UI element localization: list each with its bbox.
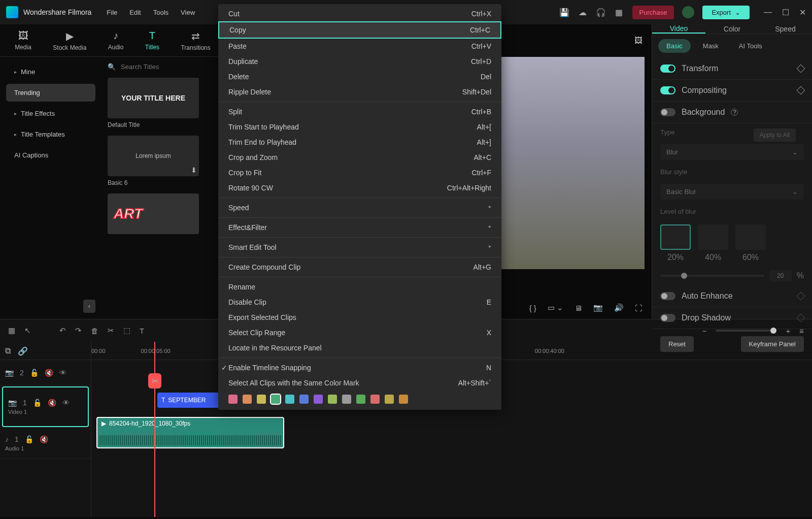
redo-icon[interactable]: ↷ (75, 326, 82, 335)
mute-icon[interactable]: 🔇 (48, 399, 56, 407)
tab-stock-media[interactable]: ▶Stock Media (49, 28, 90, 53)
compositing-toggle[interactable] (660, 86, 675, 94)
type-select[interactable]: Blur⌄ (660, 144, 804, 160)
keyframe-diamond-icon[interactable] (797, 86, 805, 95)
blur-thumb-20[interactable]: 20% (660, 224, 691, 262)
search-input[interactable] (121, 63, 206, 71)
fullscreen-icon[interactable]: ⛶ (635, 304, 642, 312)
volume-icon[interactable]: 🔊 (614, 303, 624, 312)
title-card-art[interactable]: ART (108, 193, 199, 234)
ctx-delete[interactable]: DeleteDel (218, 69, 501, 84)
color-swatch[interactable] (271, 395, 280, 404)
ctx-effect-filter[interactable]: Effect&Filter (218, 220, 501, 235)
tab-media[interactable]: 🖼Media (11, 28, 36, 53)
color-swatch[interactable] (385, 395, 394, 404)
monitor-icon[interactable]: 🖥 (574, 304, 582, 312)
blur-value[interactable]: 20 (769, 270, 792, 281)
tab-color[interactable]: Color (705, 24, 759, 34)
download-icon[interactable]: ⬇ (191, 166, 197, 174)
purchase-button[interactable]: Purchase (632, 6, 674, 19)
blur-slider[interactable] (660, 275, 764, 277)
color-swatch[interactable] (243, 395, 252, 404)
minimize-icon[interactable]: — (764, 8, 772, 17)
apply-to-all-button[interactable]: Apply to All (754, 128, 796, 142)
help-icon[interactable]: ? (731, 109, 738, 116)
menu-view[interactable]: View (181, 9, 195, 16)
ctx-select-all-clips-with-the-same-color-mark[interactable]: Select All Clips with the Same Color Mar… (218, 375, 501, 391)
keyframe-diamond-icon[interactable] (797, 64, 805, 73)
title-clip[interactable]: TSEPTEMBER (157, 393, 223, 408)
title-card-default[interactable]: YOUR TITLE HERE (108, 78, 199, 118)
ctx-rename[interactable]: Rename (218, 279, 501, 295)
sidebar-item-title-templates[interactable]: Title Templates (6, 125, 95, 143)
ctx-cut[interactable]: CutCtrl+X (218, 6, 501, 21)
zoom-out-icon[interactable]: − (702, 327, 707, 335)
trash-icon[interactable]: 🗑 (91, 327, 98, 335)
color-swatch[interactable] (328, 395, 337, 404)
playhead-scissors-icon[interactable]: ✂ (148, 373, 161, 388)
subtab-ai-tools[interactable]: AI Tools (731, 39, 770, 53)
lock-icon[interactable]: 🔓 (30, 369, 39, 377)
ctx-duplicate[interactable]: DuplicateCtrl+D (218, 54, 501, 69)
color-swatch[interactable] (285, 395, 294, 404)
grid-icon[interactable]: ▦ (8, 326, 15, 335)
video-clip[interactable]: ▶854204-hd_1920_1080_30fps (96, 417, 284, 448)
ctx-speed[interactable]: Speed (218, 200, 501, 215)
sidebar-item-ai-captions[interactable]: AI Captions (6, 146, 95, 164)
list-icon[interactable]: ≡ (799, 327, 804, 335)
sidebar-item-title-effects[interactable]: Title Effects (6, 105, 95, 122)
maximize-icon[interactable]: ☐ (782, 8, 789, 17)
tab-audio[interactable]: ♪Audio (104, 28, 128, 53)
menu-tools[interactable]: Tools (153, 9, 168, 16)
headphones-icon[interactable]: 🎧 (596, 7, 606, 17)
sidebar-item-mine[interactable]: Mine (6, 63, 95, 81)
apps-icon[interactable]: ▦ (614, 7, 624, 17)
zoom-in-icon[interactable]: + (786, 327, 790, 335)
mute-icon[interactable]: 🔇 (45, 369, 53, 377)
avatar[interactable] (682, 6, 694, 18)
ctx-create-compound-clip[interactable]: Create Compound ClipAlt+G (218, 260, 501, 275)
ctx-disable-clip[interactable]: Disable ClipE (218, 295, 501, 310)
subtab-mask[interactable]: Mask (695, 39, 727, 53)
undo-icon[interactable]: ↶ (59, 326, 66, 335)
auto-enhance-toggle[interactable] (660, 292, 675, 300)
ctx-paste[interactable]: PasteCtrl+V (218, 39, 501, 54)
tab-transitions[interactable]: ⇄Transitions (177, 28, 214, 53)
ratio-icon[interactable]: ▭ ⌄ (548, 303, 563, 312)
scissors-icon[interactable]: ✂ (108, 326, 114, 335)
ctx-trim-start-to-playhead[interactable]: Trim Start to PlayheadAlt+[ (218, 119, 501, 135)
color-swatch[interactable] (356, 395, 365, 404)
save-icon[interactable]: 💾 (559, 7, 569, 17)
text-icon[interactable]: T (140, 327, 144, 335)
camera-icon[interactable]: 📷 (593, 303, 603, 312)
color-swatch[interactable] (399, 395, 408, 404)
ctx-ripple-delete[interactable]: Ripple DeleteShift+Del (218, 84, 501, 100)
color-swatch[interactable] (299, 395, 309, 404)
lock-icon[interactable]: 🔓 (25, 435, 33, 443)
color-swatch[interactable] (314, 395, 323, 404)
cursor-icon[interactable]: ↖ (24, 326, 31, 335)
tab-speed[interactable]: Speed (759, 24, 812, 34)
ctx-crop-and-zoom[interactable]: Crop and ZoomAlt+C (218, 150, 501, 165)
export-button[interactable]: Export⌄ (702, 6, 750, 19)
ctx-smart-edit-tool[interactable]: Smart Edit Tool (218, 240, 501, 255)
transform-toggle[interactable] (660, 64, 675, 73)
ctx-trim-end-to-playhead[interactable]: Trim End to PlayheadAlt+] (218, 135, 501, 150)
background-toggle[interactable] (660, 108, 675, 116)
image-icon[interactable]: 🖼 (633, 36, 644, 46)
eye-icon[interactable]: 👁 (62, 399, 70, 407)
ctx-locate-in-the-resource-panel[interactable]: Locate in the Resource Panel (218, 340, 501, 355)
blur-thumb-60[interactable]: 60% (735, 224, 766, 262)
ctx-enable-timeline-snapping[interactable]: Enable Timeline SnappingN (218, 360, 501, 375)
mute-icon[interactable]: 🔇 (40, 435, 48, 443)
ctx-export-selected-clips[interactable]: Export Selected Clips (218, 310, 501, 325)
tab-video[interactable]: Video (652, 24, 705, 34)
close-icon[interactable]: ✕ (799, 8, 806, 17)
menu-edit[interactable]: Edit (129, 9, 141, 16)
keyframe-diamond-icon[interactable] (797, 292, 805, 301)
tab-titles[interactable]: TTitles (141, 28, 163, 53)
sidebar-item-trending[interactable]: Trending (6, 84, 95, 102)
lock-icon[interactable]: 🔓 (33, 399, 42, 407)
collapse-sidebar-button[interactable]: ‹ (83, 300, 95, 313)
zoom-slider[interactable] (716, 330, 776, 332)
